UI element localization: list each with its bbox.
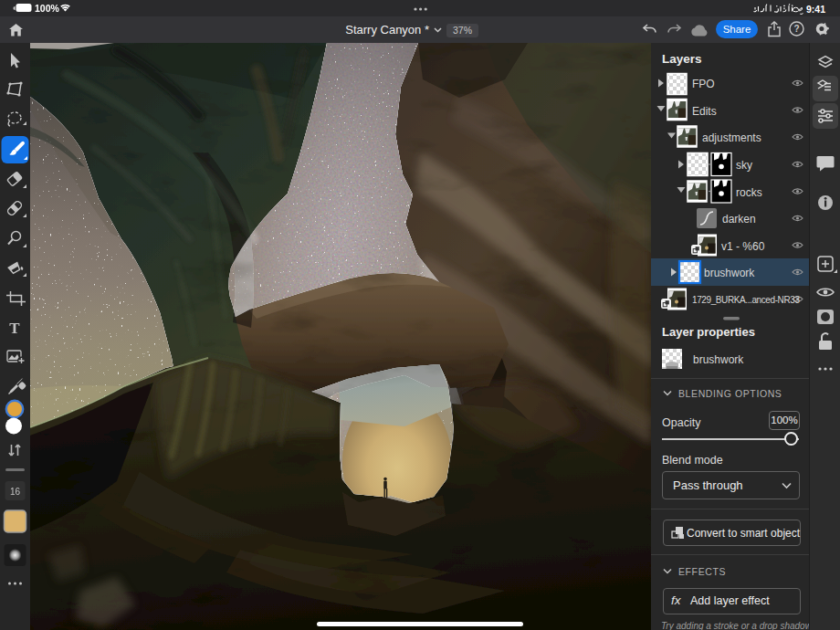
svg-text:100%: 100% [35, 3, 60, 14]
svg-text:16: 16 [10, 487, 21, 497]
svg-text:T: T [9, 320, 20, 337]
svg-text:?: ? [793, 24, 799, 34]
svg-text:9:41: 9:41 [806, 4, 825, 15]
